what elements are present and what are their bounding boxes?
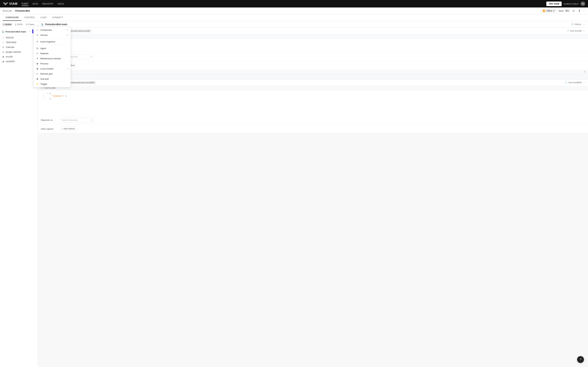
temt6000-code-line-1: 1 ▾ {	[38, 92, 588, 95]
breadcrumb: BotsCafe › PomodoroBot	[3, 9, 30, 12]
calendar-icon: ⊞	[2, 46, 4, 49]
configure-section-ens160[interactable]: ⇅ CONFIGURE	[38, 34, 588, 39]
service-icon: ⚙	[36, 34, 38, 36]
menu-item-component[interactable]: ◇ Component C	[34, 27, 38, 33]
sidebar-item-google-calendar[interactable]: ⊞ google-calendar	[0, 50, 38, 54]
menu-item-process[interactable]: ▣ Process	[34, 61, 38, 66]
module-icon-1: ▣	[2, 56, 4, 58]
menu-item-remote-part[interactable]: ⊡ Remote part	[34, 71, 38, 76]
save-button[interactable]: Save ⌘S	[559, 9, 570, 12]
remote-part-icon: ⊡	[36, 72, 38, 75]
code-editor-temt6000[interactable]: 1 ▾ { 2 "channel": 1 3 }	[38, 90, 588, 116]
tab-control[interactable]: CONTROL	[21, 14, 38, 21]
data-capture-row-temt6000: Data capture + Add method	[38, 124, 588, 133]
menu-divider-2	[34, 45, 38, 45]
test-section-ens160[interactable]: ⇅ TEST	[38, 75, 588, 79]
try-viam-button[interactable]: TRY VIAM	[546, 1, 562, 6]
component-card-ens160: ▾ ◇ ENS160 sensor coderscafe:sensor:ens1…	[38, 28, 588, 79]
avatar: CC	[580, 1, 585, 6]
tab-frame[interactable]: ⊡ Frame	[25, 23, 35, 26]
tab-connect[interactable]: CONNECT	[49, 14, 66, 21]
sidebar-item-ens160-module[interactable]: ▣ ens160	[0, 54, 38, 59]
help-button[interactable]: ?	[577, 356, 584, 363]
ens160-icon: ◇	[2, 36, 4, 39]
menu-item-insert-fragment[interactable]: ❖ Insert fragment	[34, 39, 38, 44]
error-logs-section-ens160[interactable]: ⇅ ERROR LOGS ↗	[38, 70, 588, 75]
tab-configure[interactable]: CONFIGURE	[3, 14, 21, 21]
sidebar-more-button[interactable]: ···	[28, 29, 32, 34]
local-module-icon: ▣	[36, 67, 38, 70]
depends-on-row-temt6000: Depends on Search resources ▾	[38, 116, 588, 124]
temt6000-code-line-3: 3 }	[38, 98, 588, 100]
module-icon-2: ▣	[2, 60, 4, 63]
builder-tabs: ◇ Builder {} JSON ⊡ Frame	[2, 23, 36, 26]
depends-on-row-ens160: Depends on Search resources ▾	[38, 52, 588, 61]
nav-data[interactable]: DATA	[33, 2, 38, 6]
status-badge[interactable]: 📶 Offline ▾	[541, 9, 556, 13]
data-capture-row-ens160: Data capture + Add method	[38, 61, 588, 70]
menu-item-sub-part[interactable]: ▣ Sub-part	[34, 76, 38, 81]
temt6000-from: 📄 from temt6000	[565, 81, 581, 84]
external-link-icon: ↗	[584, 71, 585, 73]
menu-item-trigger[interactable]: ⚡ Trigger	[34, 81, 38, 86]
panel-more-button[interactable]: ···	[583, 23, 585, 26]
fragment-icon: ❖	[36, 40, 38, 43]
download-button[interactable]: ⬇	[578, 8, 581, 13]
display-toggle-button[interactable]: ⊡	[572, 8, 575, 13]
tab-json[interactable]: {} JSON	[14, 23, 24, 26]
logo: VIAM	[3, 2, 17, 6]
temt6000-icon: ◇	[2, 41, 4, 44]
google-calendar-icon: ⊞	[2, 51, 4, 53]
dropdown-menu: ◇ Component C ⚙ Service S ❖ Insert fragm…	[33, 26, 38, 87]
sidebar-item-calendar[interactable]: ⊞ Calendar	[0, 45, 38, 50]
wifi-icon: 📶	[543, 10, 545, 12]
tab-builder[interactable]: ◇ Builder	[2, 23, 13, 26]
menu-item-network[interactable]: ⊟ Network	[34, 51, 38, 56]
process-icon: ▣	[36, 62, 38, 65]
sidebar-item-ens160[interactable]: ◇ ENS160	[0, 35, 38, 40]
breadcrumb-current: PomodoroBot	[15, 9, 30, 12]
breadcrumb-parent[interactable]: BotsCafe	[3, 9, 12, 12]
file-icon: 📄	[567, 30, 569, 32]
history-button[interactable]: 🕐 History	[571, 23, 581, 25]
nav-docs[interactable]: DOCS	[58, 2, 64, 6]
breadcrumb-bar: BotsCafe › PomodoroBot 📶 Offline ▾ Save …	[0, 8, 588, 14]
nav-registry[interactable]: REGISTRY	[42, 2, 53, 6]
tab-logs[interactable]: LOGS	[38, 14, 49, 21]
menu-item-service[interactable]: ⚙ Service S	[34, 33, 38, 38]
history-icon: 🕐	[571, 23, 574, 25]
main-content: 📡 PomodoroBot-main 🕐 History ··· ▾ ◇ ENS…	[38, 21, 588, 367]
more-options-button[interactable]: ···	[583, 9, 585, 12]
sidebar-item-temt6000-module[interactable]: ▣ temt6000	[0, 59, 38, 64]
temt6000-more-button[interactable]: ···	[583, 81, 585, 84]
add-method-button-temt6000[interactable]: + Add method	[60, 127, 77, 131]
menu-item-agent[interactable]: ▤ Agent	[34, 46, 38, 51]
wifi-signal-icon: 📡	[2, 30, 4, 33]
configure-section-temt6000[interactable]: ⇅ CONFIGURE	[38, 86, 588, 90]
maintenance-icon: ⚒	[36, 57, 38, 60]
panel-header: 📡 PomodoroBot-main 🕐 History ···	[38, 21, 588, 28]
panel-wifi-icon: 📡	[41, 23, 44, 26]
sidebar-item-temt6000[interactable]: ◇ TEMT6000	[0, 40, 38, 45]
file-icon-2: 📄	[565, 81, 567, 84]
sidebar-header: ◇ Builder {} JSON ⊡ Frame	[0, 21, 38, 28]
org-selector[interactable]: Coders's Org ▾	[564, 2, 579, 5]
nav-links: FLEET DATA REGISTRY DOCS	[22, 2, 64, 6]
nav-fleet[interactable]: FLEET	[22, 2, 28, 6]
breadcrumb-right: 📶 Offline ▾ Save ⌘S ⊡ ⬇ ···	[541, 8, 585, 13]
ens160-from: 📄 from ens160	[567, 30, 582, 32]
menu-item-local-module[interactable]: ▣ Local module ›	[34, 66, 38, 71]
depends-on-search-temt6000[interactable]: Search resources ▾	[60, 118, 94, 122]
sidebar-main-label[interactable]: 📡 PomodoroBot-main ··· +	[0, 28, 38, 35]
component-header-ens160: ▾ ◇ ENS160 sensor coderscafe:sensor:ens1…	[38, 28, 588, 34]
panel-title: 📡 PomodoroBot-main	[41, 23, 569, 26]
nav-right: TRY VIAM Coders's Org ▾ CC	[546, 1, 585, 6]
component-card-temt6000: ▾ ◇ TEMT6000 sensor coderscafe:sensor:te…	[38, 79, 588, 133]
network-icon: ⊟	[36, 52, 38, 55]
ens160-more-button[interactable]: ···	[583, 29, 585, 33]
menu-item-maintenance-window[interactable]: ⚒ Maintenance window	[34, 56, 38, 61]
sub-part-icon: ▣	[36, 77, 38, 80]
component-header-temt6000: ▾ ◇ TEMT6000 sensor coderscafe:sensor:te…	[38, 79, 588, 86]
top-nav: VIAM FLEET DATA REGISTRY DOCS TRY VIAM C…	[0, 0, 588, 8]
code-editor-ens160[interactable]: 1 {}	[38, 39, 588, 52]
